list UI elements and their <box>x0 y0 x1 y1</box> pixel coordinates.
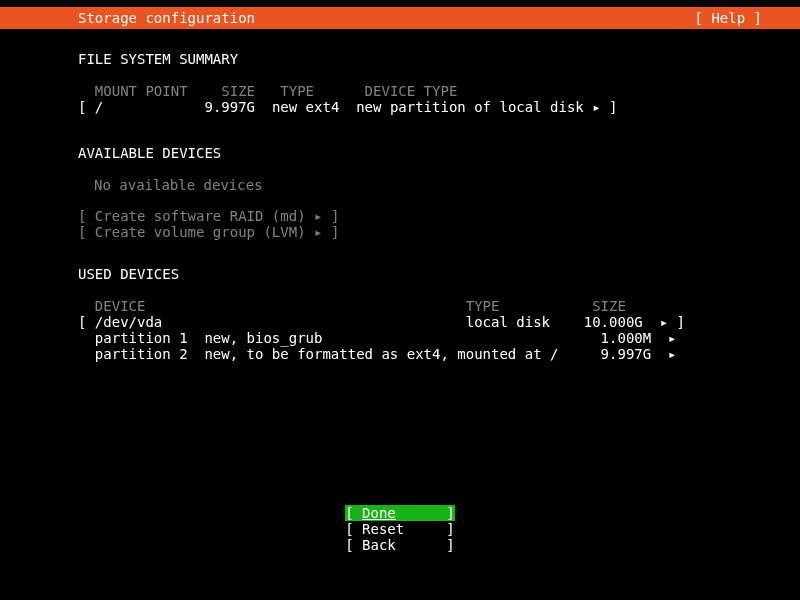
create-lvm-label: Create volume group (LVM) <box>95 224 306 240</box>
help-button[interactable]: [ Help ] <box>695 10 800 26</box>
used-title: USED DEVICES <box>78 266 800 282</box>
device-size: 9.997G <box>601 346 652 362</box>
col-mount-point: MOUNT POINT <box>95 83 188 99</box>
fs-type: new ext4 <box>272 99 339 115</box>
available-devices-section: AVAILABLE DEVICES No available devices [… <box>78 145 800 239</box>
fs-summary-row[interactable]: [ / 9.997G new ext4 new partition of loc… <box>78 99 800 115</box>
chevron-right-icon: ▸ <box>660 314 668 330</box>
create-raid-option[interactable]: [ Create software RAID (md) ▸ ] <box>78 208 800 224</box>
device-name: partition 1 new, bios_grub <box>95 330 323 346</box>
create-lvm-option[interactable]: [ Create volume group (LVM) ▸ ] <box>78 224 800 240</box>
done-button[interactable]: [ Done ] <box>0 505 800 521</box>
no-devices-message: No available devices <box>78 177 800 193</box>
back-label: Back <box>362 537 396 553</box>
chevron-right-icon: ▸ <box>668 330 676 346</box>
device-size: 10.000G <box>584 314 643 330</box>
used-devices-section: USED DEVICES DEVICE TYPE SIZE [ /dev/vda… <box>78 266 800 362</box>
reset-label: Reset <box>362 521 404 537</box>
page-title: Storage configuration <box>0 10 255 26</box>
fs-size: 9.997G <box>204 99 255 115</box>
device-name: /dev/vda <box>95 314 162 330</box>
col-device-type: DEVICE TYPE <box>365 83 458 99</box>
col-size: SIZE <box>221 83 255 99</box>
col-device: DEVICE <box>95 298 146 314</box>
back-button[interactable]: [ Back ] <box>0 537 800 553</box>
fs-summary-title: FILE SYSTEM SUMMARY <box>78 51 800 67</box>
col-type: TYPE <box>280 83 314 99</box>
used-partition-row[interactable]: partition 1 new, bios_grub 1.000M ▸ <box>78 330 800 346</box>
chevron-right-icon: ▸ <box>668 346 676 362</box>
used-header: DEVICE TYPE SIZE <box>78 298 800 314</box>
used-partition-row[interactable]: partition 2 new, to be formatted as ext4… <box>78 346 800 362</box>
done-label: Done <box>362 505 396 521</box>
chevron-right-icon: ▸ <box>314 224 322 240</box>
device-type: local disk <box>466 314 550 330</box>
device-name: partition 2 new, to be formatted as ext4… <box>95 346 559 362</box>
main-content: FILE SYSTEM SUMMARY MOUNT POINT SIZE TYP… <box>0 29 800 362</box>
create-raid-label: Create software RAID (md) <box>95 208 306 224</box>
chevron-right-icon: ▸ <box>314 208 322 224</box>
col-size: SIZE <box>592 298 626 314</box>
used-device-row[interactable]: [ /dev/vda local disk 10.000G ▸ ] <box>78 314 800 330</box>
action-buttons: [ Done ] [ Reset ] [ Back ] <box>0 505 800 553</box>
fs-device-type: new partition of local disk <box>356 99 584 115</box>
file-system-summary-section: FILE SYSTEM SUMMARY MOUNT POINT SIZE TYP… <box>78 51 800 115</box>
reset-button[interactable]: [ Reset ] <box>0 521 800 537</box>
fs-summary-header: MOUNT POINT SIZE TYPE DEVICE TYPE <box>78 83 800 99</box>
chevron-right-icon: ▸ <box>592 99 600 115</box>
title-bar: Storage configuration [ Help ] <box>0 7 800 29</box>
device-size: 1.000M <box>601 330 652 346</box>
col-type: TYPE <box>466 298 500 314</box>
fs-mount: / <box>95 99 103 115</box>
available-title: AVAILABLE DEVICES <box>78 145 800 161</box>
